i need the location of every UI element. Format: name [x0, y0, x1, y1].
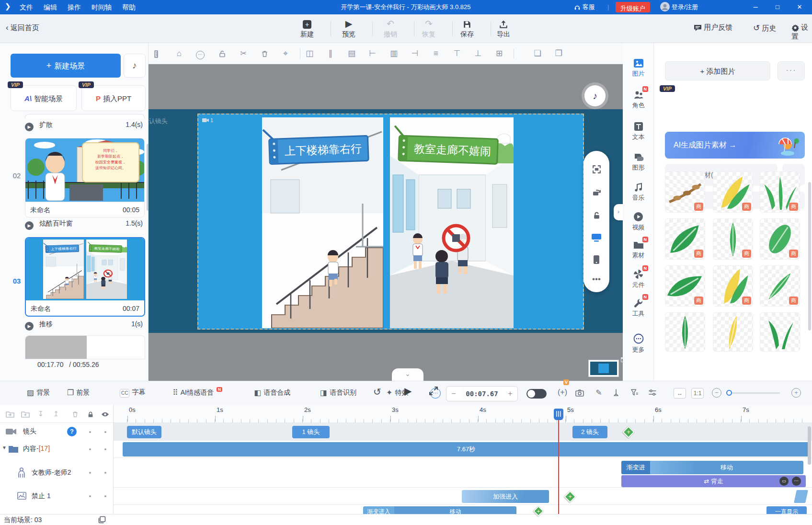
sidebar-collapse-tab[interactable]: ›: [614, 204, 623, 220]
tab-music[interactable]: 音乐: [623, 183, 654, 202]
preview-button[interactable]: ▶预览: [333, 18, 365, 39]
visibility-icon[interactable]: [100, 409, 110, 419]
add-folder-icon[interactable]: [20, 409, 31, 419]
subtitle-button[interactable]: CC字幕: [120, 388, 145, 399]
teacher-fadein-clip[interactable]: 渐变进: [621, 461, 650, 474]
current-time-input[interactable]: [462, 388, 502, 399]
add-image-button[interactable]: + 添加图片: [665, 61, 770, 80]
scene-03-label[interactable]: 未命名 00:07: [26, 300, 144, 316]
ai-voice-button[interactable]: ⠿AI情感语音 N: [172, 388, 221, 399]
scene-music-button[interactable]: ♪: [124, 54, 146, 78]
tab-video[interactable]: 视频: [623, 212, 654, 232]
time-plus-button[interactable]: +: [503, 387, 517, 401]
scene-card-next-partial[interactable]: [25, 335, 145, 359]
history-button[interactable]: ↺ 历史: [753, 23, 776, 33]
zoom-in-icon[interactable]: +: [791, 388, 801, 398]
zoom-out-icon[interactable]: −: [712, 388, 721, 398]
ruler-icon[interactable]: [152, 48, 164, 59]
asset-item[interactable]: 商: [713, 218, 753, 260]
foreground-button[interactable]: ❐前景: [67, 388, 90, 399]
asset-item[interactable]: [713, 312, 753, 352]
equal-width-icon[interactable]: ⊥: [472, 48, 484, 59]
asset-item[interactable]: 商: [665, 171, 705, 213]
settings-button[interactable]: 设置: [791, 23, 812, 41]
selected-camera-region[interactable]: 1 2: [197, 114, 584, 330]
transition-play-icon[interactable]: ▶: [25, 322, 34, 331]
new-scene-button[interactable]: +新建场景: [11, 54, 121, 78]
asset-item[interactable]: [760, 312, 800, 352]
track-dot[interactable]: [104, 431, 106, 433]
edit-icon[interactable]: ✎: [593, 388, 605, 397]
track-dot[interactable]: [89, 472, 91, 474]
login-button[interactable]: 登录/注册: [660, 0, 698, 14]
new-button[interactable]: + 新建: [291, 18, 323, 39]
switch-scene-icon[interactable]: [98, 515, 106, 524]
scene-02-label[interactable]: 未命名 00:05: [25, 202, 144, 217]
stairs-scene-image[interactable]: [262, 117, 383, 328]
fit-screen-icon[interactable]: [583, 164, 609, 174]
timeline-ruler[interactable]: 0s 1s 2s 3s 4s 5s 6s 7s: [114, 405, 812, 423]
transition-item[interactable]: ▶ 推移 1(s): [25, 320, 145, 331]
adjust-sliders-icon[interactable]: [647, 388, 658, 397]
export-button[interactable]: 导出: [488, 18, 519, 39]
equal-height-icon[interactable]: ⊞: [493, 48, 505, 59]
unlock-icon[interactable]: [583, 210, 609, 220]
asset-item[interactable]: 商: [713, 171, 753, 213]
align-left-icon[interactable]: ⊢: [367, 48, 378, 59]
forbid-track-row[interactable]: [0, 488, 812, 505]
transition-play-icon[interactable]: ▶: [25, 221, 34, 230]
tab-character[interactable]: N 角色: [623, 90, 654, 110]
smart-scene-button[interactable]: A\智能场景: [11, 85, 77, 111]
trash-icon[interactable]: [259, 48, 270, 59]
reset-playhead-icon[interactable]: ↺: [373, 386, 381, 398]
erase-icon[interactable]: ✂: [238, 48, 249, 59]
teacher-move-clip[interactable]: 移动: [650, 461, 803, 474]
align-middle-icon[interactable]: ∥: [325, 48, 336, 59]
tab-text[interactable]: 文本: [623, 122, 654, 141]
canvas-workspace[interactable]: 默认镜头 1 2 ♪ ••• ⌄: [149, 64, 623, 381]
asset-item[interactable]: 商: [713, 265, 753, 307]
back-home-button[interactable]: ‹ 返回首页: [6, 23, 39, 33]
track-dot[interactable]: [89, 448, 91, 450]
camera-track-row[interactable]: [0, 423, 812, 441]
zoom-slider[interactable]: [726, 392, 780, 394]
transition-play-icon[interactable]: ▶: [25, 123, 34, 131]
tab-element[interactable]: N 元件: [623, 269, 654, 289]
fit-width-icon[interactable]: ↔: [674, 388, 686, 399]
upgrade-account-button[interactable]: 升级账户: [616, 2, 650, 12]
playhead-line[interactable]: [558, 419, 559, 514]
canvas-collapse-tab[interactable]: ⌄: [392, 368, 423, 381]
customer-service-button[interactable]: 客服: [574, 0, 595, 14]
desktop-view-icon[interactable]: [583, 232, 609, 242]
track-dot[interactable]: [104, 495, 106, 497]
lock-icon[interactable]: [217, 48, 228, 59]
menu-help[interactable]: 帮助: [116, 0, 142, 14]
track-dot[interactable]: [89, 495, 91, 497]
stage[interactable]: 默认镜头 1 2: [149, 109, 623, 333]
track-dot[interactable]: [104, 472, 106, 474]
asset-item[interactable]: 商: [760, 171, 800, 213]
tab-more[interactable]: 更多: [623, 333, 654, 354]
undo-button[interactable]: ↶撤销: [375, 18, 406, 39]
forbid-enter-clip[interactable]: 加强进入: [462, 490, 549, 503]
tab-shape[interactable]: 图形: [623, 152, 654, 172]
scene-card-02[interactable]: 同学们， 新学期新起点， 校园安全要重视， 这些知识记心间。 未命名 00:05: [25, 138, 145, 217]
select-group-icon[interactable]: ⌖: [280, 48, 291, 59]
voice-recognition-button[interactable]: ◨语音识别: [320, 388, 356, 399]
insert-track-icon[interactable]: [5, 409, 15, 419]
redo-button[interactable]: ↷恢复: [413, 18, 445, 39]
save-button[interactable]: 保存: [451, 18, 483, 39]
assets-scrollbar[interactable]: [808, 182, 811, 331]
corridor-scene-image[interactable]: [390, 117, 514, 328]
transition-item[interactable]: ▶ 扩散 1.4(s): [25, 121, 145, 132]
close-button[interactable]: ✕: [791, 0, 808, 14]
align-right-icon[interactable]: ⊣: [409, 48, 421, 59]
transition-item[interactable]: ▶ 炫酷百叶窗 1.5(s): [25, 219, 145, 231]
asset-item[interactable]: 商: [760, 218, 800, 260]
asset-item[interactable]: 商: [760, 265, 800, 307]
paste-icon[interactable]: ❐: [553, 48, 564, 59]
tab-image[interactable]: 图片: [623, 58, 654, 78]
copy-icon[interactable]: ❏: [532, 48, 543, 59]
help-icon[interactable]: ?: [67, 427, 77, 436]
menu-file[interactable]: 文件: [13, 0, 39, 14]
